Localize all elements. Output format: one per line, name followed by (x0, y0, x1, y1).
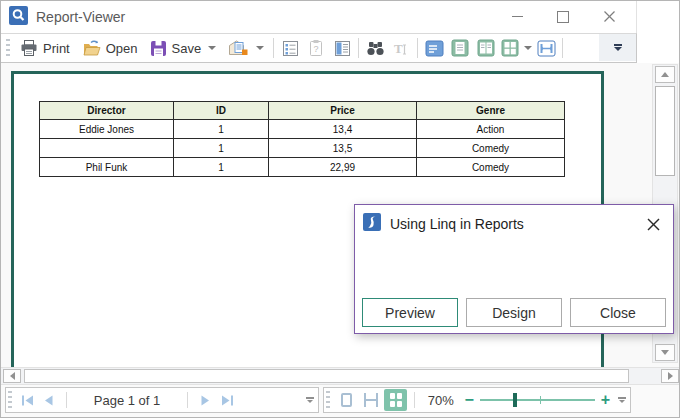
page-width-icon (537, 40, 556, 57)
first-page-button[interactable] (16, 389, 38, 411)
report-table: Director ID Price Genre Eddie Jones 1 13… (39, 101, 565, 177)
page-width-zoom-icon (364, 393, 378, 407)
app-logo-icon (9, 6, 28, 29)
multiple-pages-view-button[interactable] (499, 35, 533, 61)
toolbar-separator (417, 38, 418, 58)
arrow-down-icon (661, 350, 669, 355)
table-row: 1 13,5 Comedy (40, 139, 565, 158)
toolbar-grip[interactable] (6, 39, 10, 57)
maximize-button[interactable] (540, 1, 586, 32)
page-navigation-panel: Page 1 of 1 (5, 387, 319, 413)
bookmarks-button[interactable] (329, 35, 355, 61)
zoom-one-page-button[interactable] (335, 389, 358, 411)
table-cell: Phil Funk (40, 158, 174, 177)
column-header: ID (174, 102, 269, 120)
table-cell: 1 (174, 158, 269, 177)
table-cell: 13,5 (269, 139, 417, 158)
full-screen-button[interactable] (421, 35, 447, 61)
zoom-slider-thumb[interactable] (513, 393, 517, 407)
zoom-multiple-pages-button[interactable] (384, 389, 407, 411)
table-cell: Comedy (417, 158, 565, 177)
status-bar: Page 1 of 1 70% (1, 385, 680, 418)
two-pages-icon (477, 39, 495, 57)
print-label: Print (43, 41, 70, 56)
multiple-pages-icon (501, 39, 519, 57)
parameters-icon (282, 40, 299, 57)
page-width-button[interactable] (533, 35, 559, 61)
panel-overflow-icon[interactable] (618, 397, 626, 403)
dialog-close-button[interactable] (643, 214, 663, 234)
design-button[interactable]: Design (466, 298, 562, 327)
table-cell: 1 (174, 120, 269, 139)
toolbar: Print Open Save (1, 33, 637, 63)
toolbar-separator (273, 38, 274, 58)
scroll-left-button[interactable] (3, 369, 21, 383)
toolbar-overflow-button[interactable] (599, 34, 636, 61)
maximize-icon (557, 11, 569, 23)
chevron-down-icon (524, 46, 532, 50)
first-page-icon (21, 395, 34, 406)
scroll-up-button[interactable] (655, 66, 675, 83)
zoom-slider-center-tick (540, 396, 541, 404)
panel-overflow-icon[interactable] (306, 397, 314, 403)
zoom-slider-track[interactable] (480, 399, 595, 401)
dialog-buttons: Preview Design Close (355, 298, 673, 327)
minimize-button[interactable] (494, 1, 540, 32)
one-page-icon (451, 39, 469, 57)
preview-button[interactable]: Preview (362, 298, 458, 327)
next-page-button[interactable] (194, 389, 216, 411)
scroll-down-button[interactable] (655, 344, 675, 361)
horizontal-scroll-thumb[interactable] (24, 369, 629, 383)
close-icon (604, 11, 615, 22)
find-button[interactable] (362, 35, 388, 61)
printer-icon (20, 39, 38, 57)
chevron-down-icon (256, 46, 264, 50)
send-email-button[interactable] (222, 35, 270, 61)
stimulsoft-logo-icon (363, 213, 381, 235)
svg-text:T: T (394, 41, 403, 56)
zoom-slider[interactable] (480, 390, 595, 410)
print-button[interactable]: Print (14, 35, 76, 61)
arrow-right-icon (668, 372, 673, 380)
separator (187, 392, 188, 408)
table-row: Eddie Jones 1 13,4 Action (40, 120, 565, 139)
dialog-header: Using Linq in Reports (355, 205, 673, 235)
panel-grip[interactable] (326, 391, 330, 409)
zoom-in-button[interactable]: + (597, 391, 614, 409)
table-row: Phil Funk 1 22,99 Comedy (40, 158, 565, 177)
open-folder-icon (82, 39, 101, 57)
close-icon (647, 218, 660, 231)
editor-button[interactable]: T (388, 35, 414, 61)
table-cell: 1 (174, 139, 269, 158)
separator (66, 392, 67, 408)
minimize-icon (512, 16, 523, 17)
column-header: Genre (417, 102, 565, 120)
column-header: Director (40, 102, 174, 120)
table-cell: Comedy (417, 139, 565, 158)
table-cell: Action (417, 120, 565, 139)
binoculars-icon (366, 40, 385, 57)
two-pages-view-button[interactable] (473, 35, 499, 61)
panel-grip[interactable] (8, 391, 12, 409)
page-indicator: Page 1 of 1 (73, 393, 181, 408)
one-page-zoom-icon (341, 393, 352, 407)
close-dialog-button[interactable]: Close (570, 298, 666, 327)
scroll-right-button[interactable] (661, 369, 679, 383)
send-email-icon (228, 39, 249, 57)
close-button[interactable] (586, 1, 632, 32)
last-page-button[interactable] (216, 389, 238, 411)
zoom-out-button[interactable]: − (461, 391, 478, 409)
vertical-scroll-thumb[interactable] (655, 86, 675, 176)
clipboard-help-button[interactable]: ? (303, 35, 329, 61)
previous-page-button[interactable] (38, 389, 60, 411)
previous-page-icon (44, 395, 54, 406)
toolbar-overflow-icon (614, 44, 622, 51)
open-button[interactable]: Open (76, 35, 144, 61)
save-button[interactable]: Save (144, 35, 223, 61)
one-page-view-button[interactable] (447, 35, 473, 61)
dialog-title: Using Linq in Reports (390, 216, 524, 232)
full-screen-icon (425, 40, 444, 57)
zoom-page-width-button[interactable] (359, 389, 382, 411)
parameters-button[interactable] (277, 35, 303, 61)
horizontal-scrollbar[interactable] (1, 367, 680, 385)
